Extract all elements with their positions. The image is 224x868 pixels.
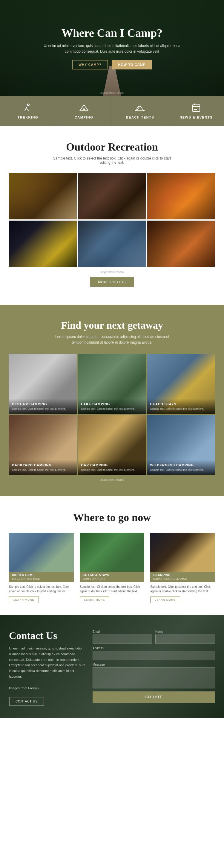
- beach-tents-label: BEACH TENTS: [126, 116, 154, 119]
- glamping-badge: GLAMPING Exrcitation ullamce: [150, 572, 215, 582]
- cottage-stays-learn-more[interactable]: LEARN MORE: [80, 596, 110, 603]
- car-camping-title: CAR CAMPING: [81, 463, 143, 467]
- address-input[interactable]: [92, 651, 215, 660]
- email-input[interactable]: [92, 634, 152, 644]
- lake-camping-title: LAKE CAMPING: [81, 402, 143, 406]
- email-label: Email: [92, 630, 152, 633]
- hidden-gems-learn-more[interactable]: LEARN MORE: [9, 596, 39, 603]
- getaway-cell-wilderness[interactable]: WILDERNESS CAMPING Sample text. Click to…: [147, 415, 215, 475]
- hidden-gems-badge-title: HIDDEN GEMS: [12, 574, 71, 577]
- contact-left: Contact Us Ut enim ad minim veniam, quis…: [9, 630, 92, 706]
- getaway-cell-rv[interactable]: BEST RV CAMPING Sample text. Click to se…: [9, 354, 77, 414]
- rv-camping-sample: Sample text. Click to select the Text El…: [12, 407, 74, 411]
- icon-bar-news-events[interactable]: NEWS & EVENTS: [168, 96, 224, 126]
- getaway-grid: BEST RV CAMPING Sample text. Click to se…: [9, 354, 215, 475]
- camping-label: CAMPING: [75, 116, 93, 119]
- contact-credit: Images from Freepik: [9, 685, 87, 691]
- address-group: Address: [92, 647, 215, 660]
- getaway-cell-car[interactable]: CAR CAMPING Sample text. Click to select…: [78, 415, 146, 475]
- contact-form-row2: Address: [92, 647, 215, 660]
- wherego-section: Where to go now HIDDEN GEMS Sites on the…: [0, 496, 224, 615]
- photo-cell-5: [78, 221, 146, 267]
- glamping-text: Sample text. Click to select the text bo…: [150, 582, 215, 595]
- submit-button[interactable]: SUBMIT: [92, 691, 215, 703]
- address-label: Address: [92, 647, 215, 650]
- wherego-grid: HIDDEN GEMS Sites on the rise Sample tex…: [9, 533, 215, 603]
- rv-camping-title: BEST RV CAMPING: [12, 402, 74, 406]
- contact-right: Email Name Address Message SUBMIT: [92, 630, 215, 706]
- wilderness-camping-sample: Sample text. Click to select the Text El…: [150, 468, 212, 472]
- wherego-card-glamping: GLAMPING Exrcitation ullamce Sample text…: [150, 533, 215, 603]
- hidden-gems-image: [9, 533, 74, 572]
- photo-cell-6: [147, 221, 215, 267]
- icon-bar-trekking[interactable]: TREKKING: [0, 96, 56, 126]
- cottage-stays-badge-title: COTTAGE STAYS: [83, 574, 142, 577]
- icon-bar: TREKKING CAMPING BEACH TENTS NEWS & EVEN…: [0, 96, 224, 126]
- name-label: Name: [155, 630, 215, 633]
- contact-form-row1: Email Name: [92, 630, 215, 644]
- getaway-subtitle: Lorem ipsum dolor sit amet, consectetur …: [49, 334, 175, 345]
- name-group: Name: [155, 630, 215, 644]
- contact-section: Contact Us Ut enim ad minim veniam, quis…: [0, 615, 224, 718]
- more-photos-button[interactable]: MORE PHOTOS: [90, 277, 134, 287]
- icon-bar-beach-tents[interactable]: BEACH TENTS: [112, 96, 169, 126]
- hidden-gems-text: Sample text. Click to select the text bo…: [9, 582, 74, 595]
- getaway-cell-backyard[interactable]: BACKYARD CAMPING Sample text. Click to s…: [9, 415, 77, 475]
- glamping-image: [150, 533, 215, 572]
- news-events-icon: [191, 102, 201, 113]
- hidden-gems-badge: HIDDEN GEMS Sites on the rise: [9, 572, 74, 582]
- message-textarea[interactable]: [92, 668, 215, 688]
- getaway-credit: Image from Freepik: [9, 478, 215, 481]
- wherego-card-hidden-gems: HIDDEN GEMS Sites on the rise Sample tex…: [9, 533, 74, 603]
- lake-camping-sample: Sample text. Click to select the Text El…: [81, 407, 143, 411]
- outdoor-photo-credit: Images from Freepik: [9, 271, 215, 274]
- hero-title: Where Can I Camp?: [62, 26, 162, 39]
- wherego-card-cottage: COTTAGE STAYS Our top picks Sample text.…: [80, 533, 145, 603]
- getaway-title: Find your next getaway: [9, 320, 215, 331]
- outdoor-title: Outdoor Recreation: [9, 141, 215, 153]
- beach-tents-icon: [135, 102, 145, 113]
- getaway-section: Find your next getaway Lorem ipsum dolor…: [0, 305, 224, 496]
- getaway-cell-beach[interactable]: BEACH STAYS Sample text. Click to select…: [147, 354, 215, 414]
- photo-cell-2: [78, 173, 146, 219]
- hero-description: Ut enim ad minim veniam, quis nostrud ex…: [40, 43, 184, 55]
- cottage-stays-badge: COTTAGE STAYS Our top picks: [80, 572, 145, 582]
- email-group: Email: [92, 630, 152, 644]
- hero-buttons: WHY CAMP? HOW TO CAMP: [72, 60, 152, 69]
- wilderness-camping-title: WILDERNESS CAMPING: [150, 463, 212, 467]
- beach-stays-title: BEACH STAYS: [150, 402, 212, 406]
- why-camp-button[interactable]: WHY CAMP?: [72, 60, 108, 69]
- message-label: Message: [92, 663, 215, 666]
- hero-credit: Images from Freepik: [100, 91, 124, 94]
- name-input[interactable]: [155, 634, 215, 644]
- contact-form-row3: Message: [92, 663, 215, 688]
- contact-title: Contact Us: [9, 630, 87, 642]
- photo-cell-4: [9, 221, 77, 267]
- message-group: Message: [92, 663, 215, 688]
- svg-point-2: [28, 104, 29, 106]
- hero-section: Where Can I Camp? Ut enim ad minim venia…: [0, 0, 224, 96]
- glamping-badge-title: GLAMPING: [153, 574, 212, 577]
- photo-cell-3: [147, 173, 215, 219]
- outdoor-section: Outdoor Recreation Sample text. Click to…: [0, 126, 224, 305]
- glamping-learn-more[interactable]: LEARN MORE: [150, 596, 180, 603]
- beach-stays-sample: Sample text. Click to select the Text El…: [150, 407, 212, 411]
- news-events-label: NEWS & EVENTS: [180, 116, 213, 119]
- contact-description: Ut enim ad minim veniam, quis nostrud ex…: [9, 646, 87, 679]
- hidden-gems-badge-sub: Sites on the rise: [12, 577, 71, 580]
- icon-bar-camping[interactable]: CAMPING: [56, 96, 112, 126]
- car-camping-sample: Sample text. Click to select the Text El…: [81, 468, 143, 472]
- outdoor-subtitle: Sample text. Click to select the text bo…: [49, 156, 175, 165]
- photo-grid: [9, 173, 215, 267]
- how-to-camp-button[interactable]: HOW TO CAMP: [112, 60, 152, 69]
- cottage-stays-text: Sample text. Click to select the text bo…: [80, 582, 145, 595]
- glamping-badge-sub: Exrcitation ullamce: [153, 577, 212, 580]
- backyard-camping-title: BACKYARD CAMPING: [12, 463, 74, 467]
- camping-icon: [79, 102, 89, 113]
- contact-us-button[interactable]: CONTACT US: [9, 697, 44, 706]
- backyard-camping-sample: Sample text. Click to select the Text El…: [12, 468, 74, 472]
- getaway-cell-lake[interactable]: LAKE CAMPING Sample text. Click to selec…: [78, 354, 146, 414]
- wherego-title: Where to go now: [9, 511, 215, 524]
- trekking-icon: [23, 102, 33, 113]
- cottage-stays-image: [80, 533, 145, 572]
